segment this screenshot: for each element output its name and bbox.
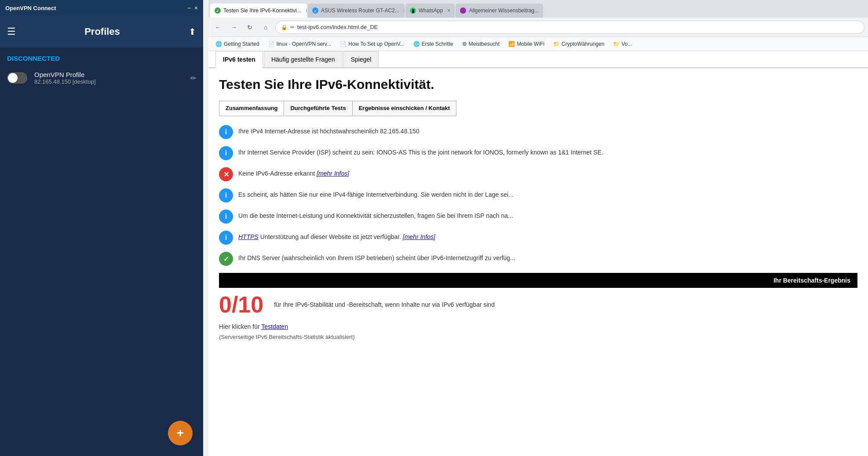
bookmark-icon-6: 📁 (553, 41, 560, 47)
tab-label-1: ASUS Wireless Router GT-AC2... (321, 7, 399, 14)
score-display: 0/10 für Ihre IPv6-Stabilität und -Berei… (219, 291, 857, 318)
page-title: Testen Sie Ihre IPv6-Konnektivität. (219, 77, 857, 92)
result-text-1: Ihr Internet Service Provider (ISP) sche… (238, 146, 603, 157)
result-text-4: Um die beste Internet-Leistung und Konne… (238, 210, 513, 221)
result-item-3: i Es scheint, als hätten Sie nur eine IP… (219, 188, 857, 202)
browser-tab-3[interactable]: Allgemeiner Wissensbeitrag... (456, 4, 543, 18)
info-icon-4: i (219, 210, 233, 224)
minimize-button[interactable]: − (187, 4, 191, 11)
vpn-toggle[interactable] (7, 72, 27, 84)
result-item-6: ✓ Ihr DNS Server (wahrscheinlich von Ihr… (219, 252, 857, 266)
tab-label-3: Allgemeiner Wissensbeitrag... (469, 7, 539, 14)
tab-label-0: Testen Sie Ihre IPv6-Konnektivi... (223, 7, 301, 14)
openvpn-title: OpenVPN Connect (5, 5, 56, 11)
bookmark-icon-5: 📶 (508, 41, 515, 47)
inner-tab-zusammenfassung[interactable]: Zusammenfassung (219, 101, 284, 116)
result-item-4: i Um die beste Internet-Leistung und Kon… (219, 210, 857, 224)
result-item-1: i Ihr Internet Service Provider (ISP) sc… (219, 146, 857, 160)
page-tab-ipv6[interactable]: IPv6 testen (215, 51, 263, 68)
bookmark-icon-1: 📄 (268, 41, 275, 47)
openvpn-header-title: Profiles (84, 26, 120, 37)
page-tabs: IPv6 testen Häufig gestellte Fragen Spie… (208, 51, 868, 68)
import-icon[interactable]: ⬆ (189, 26, 196, 37)
info-icon-3: i (219, 188, 233, 202)
globe-icon: 🌐 (215, 41, 222, 47)
browser-window: ✓ Testen Sie Ihre IPv6-Konnektivi... × A… (208, 0, 868, 456)
result-item-2: ✕ Keine IPv6-Adresse erkannt [mehr Infos… (219, 167, 857, 181)
tab-favicon-whatsapp: 📱 (410, 7, 416, 14)
tab-favicon-0: ✓ (215, 7, 221, 14)
https-link[interactable]: HTTPS (238, 233, 259, 240)
openvpn-controls: − × (187, 4, 198, 11)
mehr-infos-link-0[interactable]: [mehr Infos] (317, 170, 349, 177)
browser-tab-0[interactable]: ✓ Testen Sie Ihre IPv6-Konnektivi... × (210, 4, 307, 18)
page-tab-faq[interactable]: Häufig gestellte Fragen (264, 51, 343, 67)
back-button[interactable]: ← (212, 21, 224, 33)
bookmark-getting-started[interactable]: 🌐 Getting Started (212, 40, 263, 48)
error-icon-2: ✕ (219, 167, 233, 181)
svg-text:✓: ✓ (216, 9, 219, 13)
stats-line: (Serverseitige IPv6 Bereitschafts-Statis… (219, 334, 857, 340)
bookmarks-bar: 🌐 Getting Started 📄 linux - OpenVPN serv… (208, 37, 868, 51)
score-section: Ihr Bereitschafts-Ergebnis 0/10 für Ihre… (219, 273, 857, 318)
tab-label-2: WhatsApp (419, 7, 443, 14)
result-item-5: i HTTPS Unterstützung auf dieser Website… (219, 231, 857, 245)
reload-button[interactable]: ↻ (244, 21, 256, 33)
hamburger-menu-icon[interactable]: ☰ (7, 26, 16, 37)
bookmark-erste-schritte[interactable]: 🌐 Erste Schritte (410, 40, 457, 48)
bookmark-more[interactable]: 📁 Vo... (609, 40, 635, 48)
bookmark-mobile-wifi[interactable]: 📶 Mobile WiFi (505, 40, 548, 48)
tab-close-1[interactable]: × (404, 7, 405, 14)
browser-toolbar: ← → ↻ ⌂ 🔒 ✏ test-ipv6.com/index.html.de_… (208, 18, 868, 37)
score-value: 0/10 (219, 291, 263, 318)
result-text-0: Ihre IPv4 Internet-Adresse ist höchstwah… (238, 125, 419, 136)
svg-text:📱: 📱 (411, 8, 416, 14)
score-bar: Ihr Bereitschafts-Ergebnis (219, 273, 857, 288)
browser-tab-1[interactable]: A ASUS Wireless Router GT-AC2... × (308, 4, 405, 18)
profile-ip: 82.165.48.150 [desktop] (34, 78, 183, 85)
edit-icon[interactable]: ✏ (190, 74, 196, 82)
result-text-3: Es scheint, als hätten Sie nur eine IPv4… (238, 188, 514, 199)
add-profile-button[interactable]: + (168, 421, 193, 445)
forward-button[interactable]: → (228, 21, 240, 33)
profile-name: OpenVPN Profile (34, 71, 183, 78)
tab-close-2[interactable]: × (447, 7, 450, 14)
bookmark-icon-2: 📄 (340, 41, 346, 47)
result-text-5: HTTPS Unterstützung auf dieser Website i… (238, 231, 435, 242)
mehr-infos-link-1[interactable]: [mehr Infos] (403, 233, 435, 240)
inner-tab-tests[interactable]: Durchgeführte Tests (284, 101, 352, 116)
browser-tab-2[interactable]: 📱 WhatsApp × (405, 4, 455, 18)
bookmark-meistbesucht[interactable]: ⚙ Meistbesucht (459, 40, 503, 48)
testdata-line: Hier klicken für Testdaten (219, 323, 857, 330)
inner-tab-ergebnisse[interactable]: Ergebnisse einschicken / Kontakt (353, 101, 456, 116)
tab-favicon-1: A (312, 7, 318, 14)
result-item-0: i Ihre IPv4 Internet-Adresse ist höchstw… (219, 125, 857, 139)
home-button[interactable]: ⌂ (259, 21, 272, 33)
address-bar[interactable]: 🔒 ✏ test-ipv6.com/index.html.de_DE (275, 21, 864, 34)
tab-close-0[interactable]: × (306, 7, 307, 14)
svg-text:A: A (314, 9, 317, 13)
result-text-2: Keine IPv6-Adresse erkannt [mehr Infos] (238, 167, 349, 178)
profile-info: OpenVPN Profile 82.165.48.150 [desktop] (34, 71, 183, 85)
page-content: Testen Sie Ihre IPv6-Konnektivität. Zusa… (208, 68, 868, 456)
info-icon-5: i (219, 231, 233, 245)
openvpn-titlebar: OpenVPN Connect − × (0, 0, 203, 16)
info-icon-1: i (219, 146, 233, 160)
address-text[interactable]: test-ipv6.com/index.html.de_DE (297, 24, 378, 30)
bookmark-icon-3: 🌐 (413, 41, 420, 47)
bookmark-crypto[interactable]: 📁 CryptoWährungen (550, 40, 608, 48)
result-text-6: Ihr DNS Server (wahrscheinlich von Ihrem… (238, 252, 515, 263)
close-button[interactable]: × (194, 4, 198, 11)
inner-tabs: Zusammenfassung Durchgeführte Tests Erge… (219, 101, 456, 116)
testdata-link[interactable]: Testdaten (261, 323, 288, 330)
svg-point-6 (460, 7, 466, 14)
bookmark-icon-4: ⚙ (462, 41, 467, 47)
openvpn-header: ☰ Profiles ⬆ (0, 16, 203, 48)
edit-address-icon: ✏ (290, 24, 295, 30)
info-icon-0: i (219, 125, 233, 139)
browser-tabs-bar: ✓ Testen Sie Ihre IPv6-Konnektivi... × A… (208, 0, 868, 18)
page-tab-spiegel[interactable]: Spiegel (343, 51, 379, 67)
bookmark-howto-openvpn[interactable]: 📄 How To Set up OpenV... (336, 40, 408, 48)
profile-item[interactable]: OpenVPN Profile 82.165.48.150 [desktop] … (0, 66, 203, 90)
bookmark-linux-openvpn[interactable]: 📄 linux - OpenVPN serv... (265, 40, 335, 48)
